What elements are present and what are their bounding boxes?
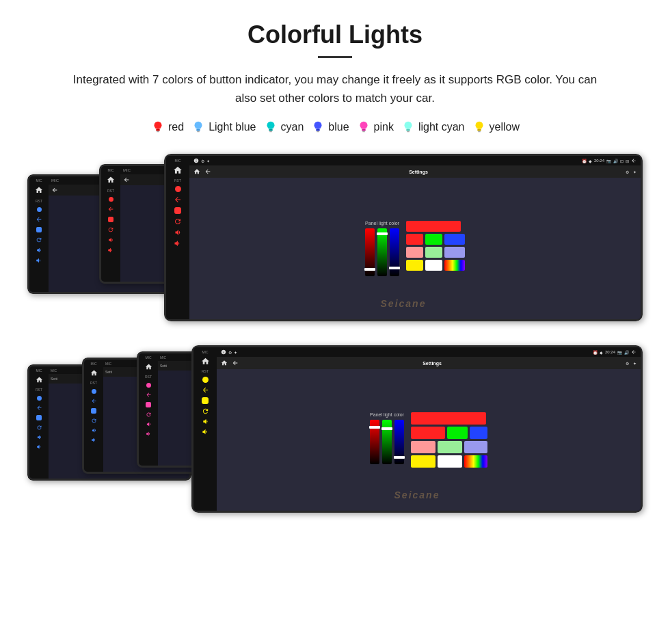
bulb-yellow-icon [472,120,487,135]
color-sliders-bot [370,420,404,464]
refresh-icon [36,237,42,243]
time-bot: 20:24 [605,350,615,354]
nav-bar: Settings ⚙ ✦ [189,165,641,178]
settings-content: Panel light color [360,215,470,282]
svg-rect-19 [477,129,481,131]
svg-rect-2 [157,131,159,133]
time-display: 20:24 [594,159,604,163]
refresh-icon-large [174,217,182,226]
home-icon-2 [107,176,115,184]
settings-content-bot: Panel light color [364,407,493,473]
vol-down-icon-2 [107,237,114,243]
svg-rect-13 [362,129,366,131]
settings-title: Settings [215,170,621,174]
back-icon-2 [107,206,114,213]
slider-green [377,228,387,276]
svg-point-9 [314,122,322,129]
refresh-icon-2 [107,226,114,233]
badge-lightcyan: light cyan [401,120,465,135]
bulb-cyan-icon [263,120,278,135]
svg-rect-20 [478,131,481,133]
side-panel-b1: MIC RST [29,366,49,479]
side-panel-b3: MIC RST [139,353,158,466]
badge-red: red [150,120,184,135]
slider-green-bot [382,420,392,464]
svg-point-3 [195,122,202,129]
svg-rect-10 [317,129,321,131]
svg-rect-17 [407,131,410,133]
color-sliders [365,228,399,276]
status-bar-top: ⚙ ✦ ⏰ ◆ 20:24 📷 🔊 ⊡ ⊟ [189,156,641,165]
top-device-row: MIC RST [27,154,643,338]
side-panel-large: MIC RST [166,156,189,319]
badge-blue-label: blue [328,121,349,133]
vol-up-icon [36,257,42,264]
back-icon-large [174,196,182,204]
svg-rect-16 [406,129,410,131]
status-bar-bot: ⚙ ✦ ⏰ ◆ 20:24 📷 🔊 [217,347,641,357]
svg-point-12 [360,122,367,129]
slider-blue [390,228,399,276]
bulb-lightblue-icon [191,120,206,135]
page-container: Colorful Lights Integrated with 7 colors… [0,0,670,564]
vol-up-large [174,239,182,247]
badge-cyan: cyan [263,120,304,135]
svg-rect-7 [269,129,273,131]
nav-bar-bot: Settings ⚙ ✦ [217,357,641,369]
main-settings-bot: Panel light color [217,369,641,511]
badge-red-label: red [168,121,184,133]
home-icon-large [173,165,183,175]
device-top-3: MIC RST [164,154,643,321]
page-title: Colorful Lights [27,21,643,49]
panel-light-label: Panel light color [365,221,399,226]
vol-down-icon [36,247,42,254]
screen-content-bot: ⚙ ✦ ⏰ ◆ 20:24 📷 🔊 [217,347,641,511]
home-b1 [36,376,43,384]
slider-red [365,228,375,276]
svg-point-15 [404,122,412,129]
svg-point-18 [475,122,483,129]
color-swatches [406,221,465,271]
badge-yellow-label: yellow [490,121,520,133]
badge-pink-label: pink [374,121,394,133]
settings-title-bot: Settings [243,361,621,366]
svg-rect-14 [362,131,365,133]
panel-light-label-bot: Panel light color [370,412,404,417]
svg-point-6 [267,122,274,129]
color-swatches-bot [411,412,487,468]
side-panel-1: MIC RST [29,176,49,292]
home-b4 [201,357,210,366]
bulb-blue-icon [310,120,325,135]
title-divider [318,56,352,58]
badge-cyan-label: cyan [281,121,304,133]
side-panel-b2: MIC RST [84,360,103,472]
badge-pink: pink [356,120,394,135]
bottom-device-row: MIC RST MIC [27,345,643,537]
svg-rect-4 [196,129,200,131]
svg-point-0 [155,122,162,129]
badge-lightblue: Light blue [191,120,256,135]
badge-blue: blue [310,120,349,135]
main-settings-area: Panel light color [189,178,641,319]
svg-rect-11 [317,131,319,133]
home-b3 [145,363,152,371]
device-bot-4: MIC RST [191,345,643,513]
svg-rect-8 [269,131,272,133]
color-badges: red Light blue cyan [27,120,643,135]
svg-rect-1 [156,129,160,131]
bulb-pink-icon [356,120,371,135]
screen-content-large: ⚙ ✦ ⏰ ◆ 20:24 📷 🔊 ⊡ ⊟ [189,156,641,319]
vol-down-large [174,228,182,237]
slider-red-bot [370,420,379,464]
badge-lightblue-label: Light blue [209,121,256,133]
bulb-red-icon [150,120,165,135]
back-icon [36,216,42,223]
description: Integrated with 7 colors of button indic… [68,70,602,107]
side-panel-2: MIC RST [101,166,120,282]
home-icon [35,186,43,194]
home-b2 [90,369,98,377]
badge-lightcyan-label: light cyan [418,121,465,133]
badge-yellow: yellow [472,120,520,135]
vol-up-icon-2 [107,247,114,254]
side-panel-b4: MIC RST [193,347,217,511]
